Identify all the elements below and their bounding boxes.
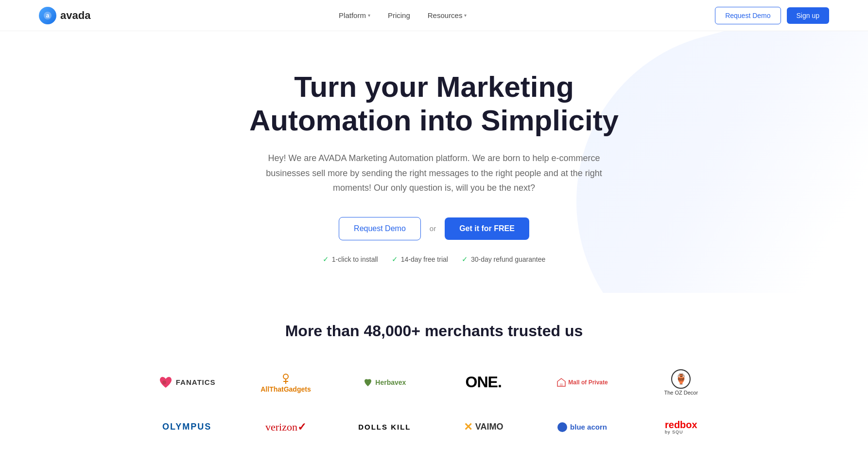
logo-icon: a <box>39 7 56 24</box>
check-icon: ✓ <box>323 255 329 264</box>
allthat-icon <box>279 372 293 385</box>
hero-get-free-button[interactable]: Get it for FREE <box>445 217 529 240</box>
svg-point-3 <box>283 374 288 379</box>
check-icon: ✓ <box>392 255 398 264</box>
list-item: redbox by SQU <box>637 415 726 439</box>
list-item: DOLLS KILL <box>340 418 429 436</box>
list-item: verizon✓ <box>241 416 330 438</box>
list-item: FANATICS <box>142 370 231 395</box>
logo[interactable]: a avada <box>39 7 90 24</box>
hero-badge-refund: ✓ 30-day refund guarantee <box>462 255 545 264</box>
nav-actions: Request Demo Sign up <box>715 7 829 24</box>
mallofprivate-icon <box>556 378 566 387</box>
check-icon: ✓ <box>462 255 468 264</box>
chevron-down-icon: ▾ <box>368 13 370 18</box>
svg-point-2 <box>162 380 166 384</box>
nav-platform[interactable]: Platform ▾ <box>339 11 370 19</box>
svg-rect-7 <box>560 383 563 386</box>
logo-text: avada <box>60 9 90 22</box>
list-item: Mall of Private <box>538 373 626 392</box>
list-item: Herbavex <box>340 373 429 392</box>
hero-subtitle: Hey! We are AVADA Marketing Automation p… <box>249 151 619 196</box>
herbavex-icon <box>363 378 373 387</box>
nav-pricing[interactable]: Pricing <box>388 11 410 19</box>
trusted-title: More than 48,000+ merchants trusted us <box>39 322 829 340</box>
list-item: blue acorn <box>538 417 626 437</box>
list-item: OLYMPUS <box>142 417 231 437</box>
list-item: AllThatGadgets <box>241 367 330 398</box>
hero-title: Turn your Marketing Automation into Simp… <box>215 70 653 137</box>
list-item: ✕ VAIMO <box>439 416 528 438</box>
hero-badges: ✓ 1-click to install ✓ 14-day free trial… <box>10 255 858 264</box>
hero-buttons: Request Demo or Get it for FREE <box>10 217 858 240</box>
navbar: a avada Platform ▾ Pricing Resources ▾ R… <box>0 0 868 31</box>
trusted-section: More than 48,000+ merchants trusted us F… <box>0 293 868 469</box>
list-item: 🏺 The OZ Decor <box>637 364 726 400</box>
nav-request-demo-button[interactable]: Request Demo <box>715 7 781 24</box>
nav-links: Platform ▾ Pricing Resources ▾ <box>339 11 467 19</box>
hero-badge-install: ✓ 1-click to install <box>323 255 378 264</box>
nav-signup-button[interactable]: Sign up <box>787 7 829 24</box>
list-item: ONE. <box>439 368 528 396</box>
hero-request-demo-button[interactable]: Request Demo <box>339 217 421 240</box>
nav-resources[interactable]: Resources ▾ <box>428 11 467 19</box>
hero-or-text: or <box>430 224 436 233</box>
hero-content: Turn your Marketing Automation into Simp… <box>10 70 858 264</box>
svg-text:a: a <box>46 12 50 19</box>
hero-badge-trial: ✓ 14-day free trial <box>392 255 448 264</box>
hero-section: Turn your Marketing Automation into Simp… <box>0 31 868 293</box>
fanatics-heart-icon <box>158 375 173 390</box>
logo-grid: FANATICS AllThatGadgets Herbavex <box>142 364 726 439</box>
chevron-down-icon: ▾ <box>464 13 467 18</box>
